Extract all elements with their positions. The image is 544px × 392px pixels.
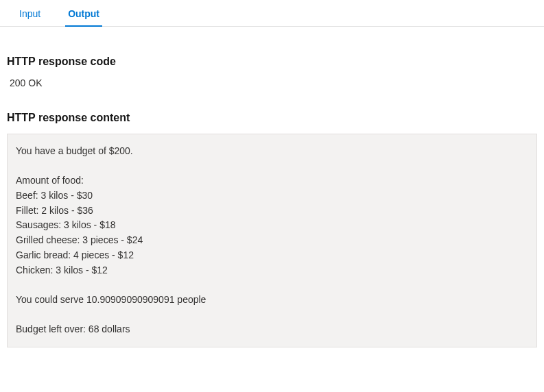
response-code-heading: HTTP response code — [7, 56, 537, 68]
tab-output[interactable]: Output — [54, 0, 113, 26]
tab-input[interactable]: Input — [5, 0, 54, 26]
response-content-heading: HTTP response content — [7, 112, 537, 124]
response-code-value: 200 OK — [7, 77, 537, 88]
output-panel: HTTP response code 200 OK HTTP response … — [0, 27, 544, 353]
tab-bar: Input Output — [0, 0, 544, 27]
response-content-body: You have a budget of $200. Amount of foo… — [7, 134, 537, 347]
